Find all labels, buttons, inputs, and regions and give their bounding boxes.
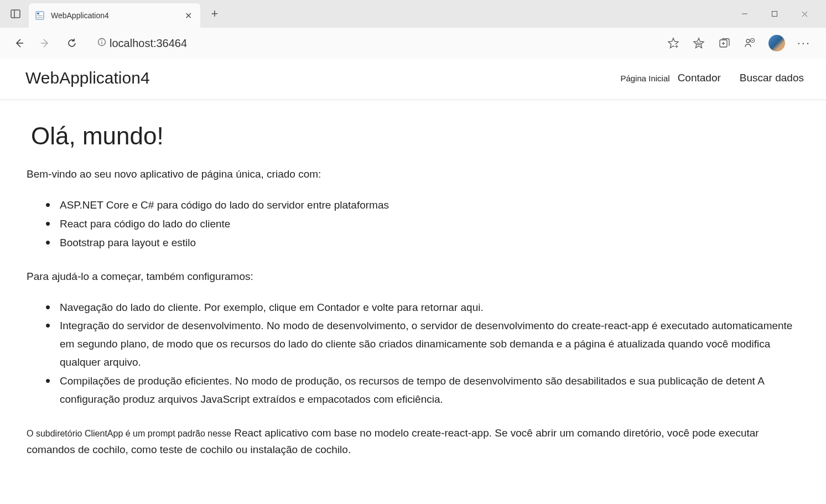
tech-list: ASP.NET Core e C# para código do lado do… — [27, 196, 799, 253]
back-button[interactable] — [10, 34, 28, 52]
star-add-icon[interactable] — [667, 37, 680, 50]
browser-chrome: WebApplication4 ✕ + — [0, 0, 826, 59]
window-controls — [732, 4, 822, 24]
page-body: Olá, mundo! Bem-vindo ao seu novo aplica… — [0, 100, 826, 481]
list-item: Navegação do lado do cliente. Por exempl… — [27, 298, 799, 316]
help-list: Navegação do lado do cliente. Por exempl… — [27, 298, 799, 409]
svg-rect-5 — [37, 17, 43, 18]
favorites-icon[interactable] — [692, 37, 705, 50]
nav-link-home[interactable]: Página Inicial — [620, 74, 669, 83]
svg-rect-7 — [772, 12, 777, 17]
svg-point-25 — [752, 40, 753, 41]
forward-button[interactable] — [37, 34, 54, 52]
minimize-button[interactable] — [732, 4, 757, 24]
url-input[interactable]: localhost:36464 — [90, 32, 658, 54]
close-tab-icon[interactable]: ✕ — [183, 10, 194, 21]
tab-bar: WebApplication4 ✕ + — [0, 0, 826, 28]
app-nav-links: Página Inicial Contador Buscar dados — [620, 72, 804, 84]
svg-rect-0 — [11, 10, 20, 18]
help-intro-text: Para ajudá-lo a começar, também configur… — [27, 269, 799, 285]
refresh-button[interactable] — [63, 34, 81, 52]
welcome-text: Bem-vindo ao seu novo aplicativo de pági… — [27, 167, 799, 183]
account-sync-icon[interactable] — [743, 37, 756, 50]
url-text: localhost:36464 — [110, 37, 187, 50]
tab-title: WebApplication4 — [51, 11, 183, 20]
list-item: Compilações de produção eficientes. No m… — [27, 372, 799, 409]
svg-point-13 — [101, 40, 102, 41]
closing-paragraph: O subdiretório ClientApp é um prompt pad… — [27, 425, 799, 459]
browser-tab[interactable]: WebApplication4 ✕ — [29, 3, 200, 28]
site-info-icon[interactable] — [97, 38, 106, 49]
maximize-button[interactable] — [762, 4, 787, 24]
tab-panel-icon[interactable] — [9, 7, 22, 20]
more-menu-icon[interactable]: ··· — [797, 36, 811, 50]
tab-favicon-icon — [35, 11, 45, 20]
svg-point-23 — [746, 39, 750, 43]
list-item: Integração do servidor de desenvolviment… — [27, 316, 799, 372]
closing-lead: O subdiretório ClientApp é um prompt pad… — [27, 429, 231, 438]
toolbar-icons: ··· — [667, 35, 816, 51]
app-title[interactable]: WebApplication4 — [25, 69, 150, 87]
list-item: Bootstrap para layout e estilo — [27, 233, 799, 252]
list-item: React para código do lado do cliente — [27, 215, 799, 233]
close-window-button[interactable] — [792, 4, 817, 24]
profile-avatar[interactable] — [768, 35, 785, 51]
new-tab-button[interactable]: + — [205, 4, 225, 24]
svg-rect-3 — [37, 13, 39, 14]
svg-rect-4 — [37, 15, 43, 16]
nav-link-fetch[interactable]: Buscar dados — [740, 72, 804, 84]
nav-link-counter[interactable]: Contador — [678, 72, 721, 84]
page-heading: Olá, mundo! — [31, 122, 799, 150]
address-bar: localhost:36464 ··· — [0, 28, 826, 59]
page-content: WebApplication4 Página Inicial Contador … — [0, 59, 826, 481]
collections-icon[interactable] — [718, 37, 731, 50]
app-navbar: WebApplication4 Página Inicial Contador … — [0, 59, 826, 100]
list-item: ASP.NET Core e C# para código do lado do… — [27, 196, 799, 215]
